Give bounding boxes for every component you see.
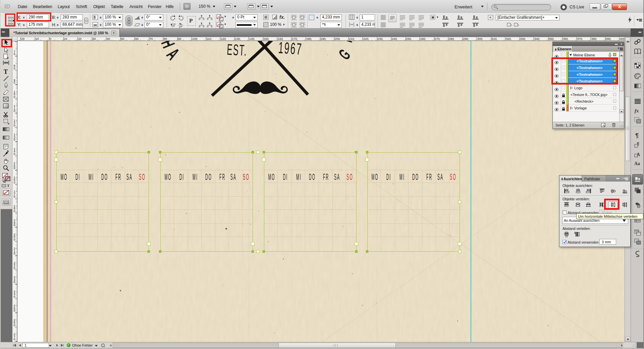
svg-text:fx: fx [635, 108, 639, 113]
svg-text:Aa: Aa [634, 161, 640, 166]
svg-text:¶: ¶ [635, 132, 639, 139]
svg-text:¶: ¶ [637, 142, 639, 146]
svg-text:A: A [637, 152, 640, 157]
svg-text:T: T [4, 68, 8, 75]
